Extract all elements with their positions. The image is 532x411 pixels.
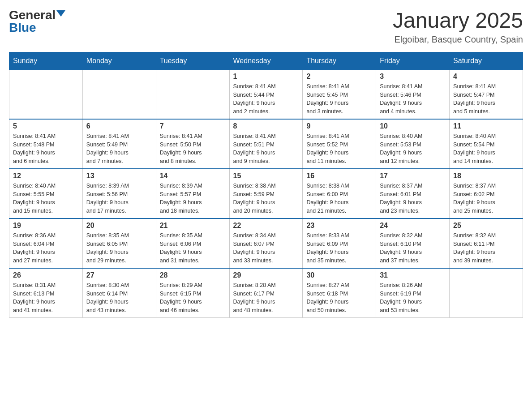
calendar-cell: 13Sunrise: 8:39 AMSunset: 5:56 PMDayligh… bbox=[82, 169, 156, 218]
calendar-cell: 10Sunrise: 8:40 AMSunset: 5:53 PMDayligh… bbox=[376, 119, 450, 169]
calendar-cell: 5Sunrise: 8:41 AMSunset: 5:48 PMDaylight… bbox=[9, 119, 83, 169]
day-info: Sunrise: 8:41 AMSunset: 5:52 PMDaylight:… bbox=[306, 132, 372, 166]
day-number: 28 bbox=[160, 271, 226, 279]
day-info: Sunrise: 8:41 AMSunset: 5:51 PMDaylight:… bbox=[233, 132, 299, 166]
calendar-header: SundayMondayTuesdayWednesdayThursdayFrid… bbox=[9, 52, 523, 69]
day-info: Sunrise: 8:31 AMSunset: 6:13 PMDaylight:… bbox=[13, 281, 79, 315]
logo-blue-text: Blue bbox=[9, 21, 36, 34]
day-number: 10 bbox=[380, 122, 446, 130]
day-info: Sunrise: 8:32 AMSunset: 6:10 PMDaylight:… bbox=[380, 231, 446, 265]
day-info: Sunrise: 8:37 AMSunset: 6:01 PMDaylight:… bbox=[380, 182, 446, 215]
calendar-cell: 27Sunrise: 8:30 AMSunset: 6:14 PMDayligh… bbox=[82, 268, 156, 318]
calendar-cell: 20Sunrise: 8:35 AMSunset: 6:05 PMDayligh… bbox=[82, 218, 156, 268]
day-number: 11 bbox=[453, 122, 519, 130]
calendar-cell: 2Sunrise: 8:41 AMSunset: 5:45 PMDaylight… bbox=[303, 69, 376, 119]
day-number: 8 bbox=[233, 122, 299, 130]
title-area: January 2025 Elgoibar, Basque Country, S… bbox=[393, 9, 523, 45]
day-number: 20 bbox=[86, 222, 152, 230]
day-info: Sunrise: 8:32 AMSunset: 6:11 PMDaylight:… bbox=[453, 231, 519, 265]
logo-general-text: General bbox=[9, 9, 56, 21]
day-number: 3 bbox=[380, 73, 446, 81]
day-info: Sunrise: 8:41 AMSunset: 5:45 PMDaylight:… bbox=[306, 82, 372, 116]
day-number: 27 bbox=[86, 271, 152, 279]
day-number: 16 bbox=[306, 172, 372, 180]
calendar-table: SundayMondayTuesdayWednesdayThursdayFrid… bbox=[9, 52, 523, 318]
day-info: Sunrise: 8:38 AMSunset: 6:00 PMDaylight:… bbox=[306, 182, 372, 215]
calendar-cell: 9Sunrise: 8:41 AMSunset: 5:52 PMDaylight… bbox=[303, 119, 376, 169]
calendar-cell bbox=[156, 69, 229, 119]
header-cell-monday: Monday bbox=[82, 52, 156, 69]
day-info: Sunrise: 8:26 AMSunset: 6:19 PMDaylight:… bbox=[380, 281, 446, 315]
calendar-cell: 12Sunrise: 8:40 AMSunset: 5:55 PMDayligh… bbox=[9, 169, 83, 218]
day-info: Sunrise: 8:39 AMSunset: 5:57 PMDaylight:… bbox=[160, 182, 226, 215]
day-info: Sunrise: 8:34 AMSunset: 6:07 PMDaylight:… bbox=[233, 231, 299, 265]
logo: General Blue bbox=[9, 9, 65, 34]
calendar-cell: 14Sunrise: 8:39 AMSunset: 5:57 PMDayligh… bbox=[156, 169, 229, 218]
header-cell-tuesday: Tuesday bbox=[156, 52, 229, 69]
day-number: 13 bbox=[86, 172, 152, 180]
day-number: 19 bbox=[13, 222, 79, 230]
day-info: Sunrise: 8:35 AMSunset: 6:05 PMDaylight:… bbox=[86, 231, 152, 265]
calendar-cell: 4Sunrise: 8:41 AMSunset: 5:47 PMDaylight… bbox=[450, 69, 523, 119]
header-cell-saturday: Saturday bbox=[450, 52, 523, 69]
day-info: Sunrise: 8:30 AMSunset: 6:14 PMDaylight:… bbox=[86, 281, 152, 315]
day-number: 29 bbox=[233, 271, 299, 279]
calendar-cell: 11Sunrise: 8:40 AMSunset: 5:54 PMDayligh… bbox=[450, 119, 523, 169]
day-number: 15 bbox=[233, 172, 299, 180]
day-info: Sunrise: 8:27 AMSunset: 6:18 PMDaylight:… bbox=[306, 281, 372, 315]
day-info: Sunrise: 8:41 AMSunset: 5:44 PMDaylight:… bbox=[233, 82, 299, 116]
page-header: General Blue January 2025 Elgoibar, Basq… bbox=[9, 9, 523, 45]
day-info: Sunrise: 8:28 AMSunset: 6:17 PMDaylight:… bbox=[233, 281, 299, 315]
header-cell-sunday: Sunday bbox=[9, 52, 83, 69]
day-number: 18 bbox=[453, 172, 519, 180]
day-number: 25 bbox=[453, 222, 519, 230]
calendar-cell: 1Sunrise: 8:41 AMSunset: 5:44 PMDaylight… bbox=[229, 69, 303, 119]
day-number: 24 bbox=[380, 222, 446, 230]
calendar-subtitle: Elgoibar, Basque Country, Spain bbox=[393, 34, 523, 45]
calendar-cell: 30Sunrise: 8:27 AMSunset: 6:18 PMDayligh… bbox=[303, 268, 376, 318]
calendar-cell bbox=[450, 268, 523, 318]
day-number: 23 bbox=[306, 222, 372, 230]
day-info: Sunrise: 8:41 AMSunset: 5:48 PMDaylight:… bbox=[13, 132, 79, 166]
day-info: Sunrise: 8:40 AMSunset: 5:53 PMDaylight:… bbox=[380, 132, 446, 166]
day-info: Sunrise: 8:35 AMSunset: 6:06 PMDaylight:… bbox=[160, 231, 226, 265]
calendar-cell: 25Sunrise: 8:32 AMSunset: 6:11 PMDayligh… bbox=[450, 218, 523, 268]
calendar-row-3: 19Sunrise: 8:36 AMSunset: 6:04 PMDayligh… bbox=[9, 218, 523, 268]
header-cell-friday: Friday bbox=[376, 52, 450, 69]
calendar-cell: 8Sunrise: 8:41 AMSunset: 5:51 PMDaylight… bbox=[229, 119, 303, 169]
calendar-cell: 6Sunrise: 8:41 AMSunset: 5:49 PMDaylight… bbox=[82, 119, 156, 169]
day-info: Sunrise: 8:41 AMSunset: 5:49 PMDaylight:… bbox=[86, 132, 152, 166]
logo-arrow-icon bbox=[56, 10, 65, 17]
day-info: Sunrise: 8:40 AMSunset: 5:54 PMDaylight:… bbox=[453, 132, 519, 166]
calendar-title: January 2025 bbox=[393, 9, 523, 33]
calendar-cell: 18Sunrise: 8:37 AMSunset: 6:02 PMDayligh… bbox=[450, 169, 523, 218]
calendar-cell: 17Sunrise: 8:37 AMSunset: 6:01 PMDayligh… bbox=[376, 169, 450, 218]
calendar-body: 1Sunrise: 8:41 AMSunset: 5:44 PMDaylight… bbox=[9, 69, 523, 317]
calendar-cell: 29Sunrise: 8:28 AMSunset: 6:17 PMDayligh… bbox=[229, 268, 303, 318]
calendar-cell: 22Sunrise: 8:34 AMSunset: 6:07 PMDayligh… bbox=[229, 218, 303, 268]
day-info: Sunrise: 8:29 AMSunset: 6:15 PMDaylight:… bbox=[160, 281, 226, 315]
day-number: 22 bbox=[233, 222, 299, 230]
day-number: 31 bbox=[380, 271, 446, 279]
calendar-cell: 23Sunrise: 8:33 AMSunset: 6:09 PMDayligh… bbox=[303, 218, 376, 268]
header-cell-wednesday: Wednesday bbox=[229, 52, 303, 69]
day-number: 14 bbox=[160, 172, 226, 180]
calendar-row-4: 26Sunrise: 8:31 AMSunset: 6:13 PMDayligh… bbox=[9, 268, 523, 318]
calendar-cell: 28Sunrise: 8:29 AMSunset: 6:15 PMDayligh… bbox=[156, 268, 229, 318]
calendar-cell: 19Sunrise: 8:36 AMSunset: 6:04 PMDayligh… bbox=[9, 218, 83, 268]
calendar-cell: 3Sunrise: 8:41 AMSunset: 5:46 PMDaylight… bbox=[376, 69, 450, 119]
day-info: Sunrise: 8:41 AMSunset: 5:46 PMDaylight:… bbox=[380, 82, 446, 116]
day-number: 17 bbox=[380, 172, 446, 180]
day-number: 6 bbox=[86, 122, 152, 130]
day-number: 5 bbox=[13, 122, 79, 130]
day-info: Sunrise: 8:40 AMSunset: 5:55 PMDaylight:… bbox=[13, 182, 79, 215]
calendar-cell: 16Sunrise: 8:38 AMSunset: 6:00 PMDayligh… bbox=[303, 169, 376, 218]
calendar-row-0: 1Sunrise: 8:41 AMSunset: 5:44 PMDaylight… bbox=[9, 69, 523, 119]
calendar-row-2: 12Sunrise: 8:40 AMSunset: 5:55 PMDayligh… bbox=[9, 169, 523, 218]
calendar-cell bbox=[9, 69, 83, 119]
day-number: 7 bbox=[160, 122, 226, 130]
day-number: 21 bbox=[160, 222, 226, 230]
day-number: 1 bbox=[233, 73, 299, 81]
calendar-cell: 24Sunrise: 8:32 AMSunset: 6:10 PMDayligh… bbox=[376, 218, 450, 268]
day-info: Sunrise: 8:36 AMSunset: 6:04 PMDaylight:… bbox=[13, 231, 79, 265]
